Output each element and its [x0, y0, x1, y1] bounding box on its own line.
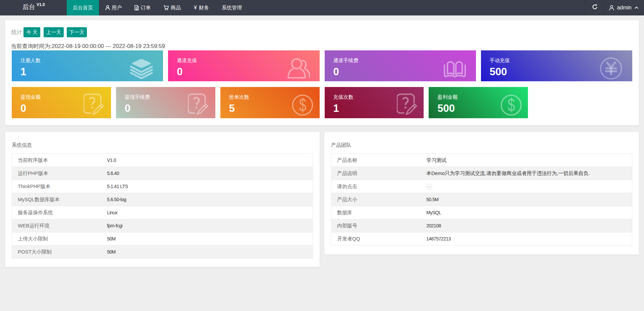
svg-text:$: $ — [508, 95, 515, 115]
svg-text:$: $ — [299, 95, 306, 115]
